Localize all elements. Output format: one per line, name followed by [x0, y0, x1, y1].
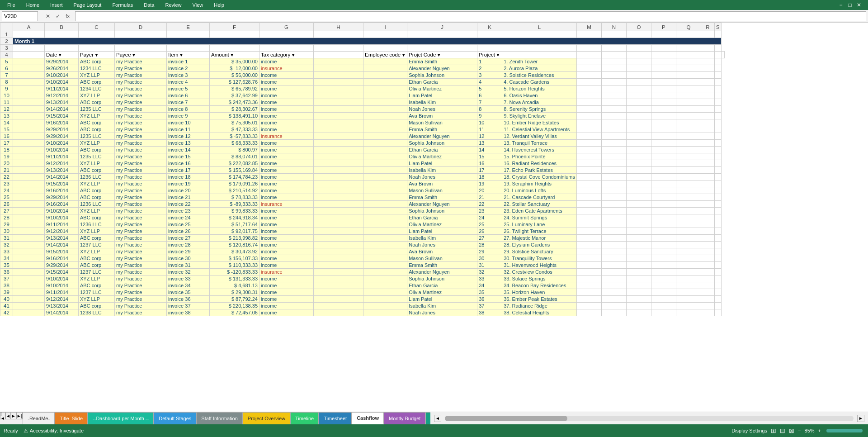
zoom-out-button[interactable]: − — [798, 428, 801, 433]
table-row[interactable]: 369/15/20141237 LLCmy Practiceinvoice 32… — [0, 269, 725, 276]
sheet-tab-staff-info[interactable]: Staff Information — [196, 412, 243, 424]
col-header-F[interactable]: F — [210, 23, 259, 31]
minimize-button[interactable]: − — [837, 1, 844, 9]
sheet-tab-default-stages[interactable]: Default Stages — [154, 412, 196, 424]
maximize-button[interactable]: □ — [846, 1, 854, 9]
col-header-M[interactable]: M — [576, 23, 601, 31]
page-break-view-button[interactable]: ⊠ — [789, 427, 794, 434]
page-layout-menu[interactable]: Page Layout — [72, 1, 104, 9]
table-row[interactable]: 259/29/2014ABC corp.my Practiceinvoice 2… — [0, 194, 725, 201]
table-row[interactable]: 329/14/20141237 LLCmy Practiceinvoice 28… — [0, 242, 725, 248]
table-row[interactable]: 139/15/2014XYZ LLPmy Practiceinvoice 9$ … — [0, 113, 725, 119]
col-header-P[interactable]: P — [651, 23, 676, 31]
name-box[interactable] — [2, 11, 38, 21]
table-row[interactable]: 109/12/2014XYZ LLPmy Practiceinvoice 6$ … — [0, 92, 725, 99]
page-layout-view-button[interactable]: ⊟ — [780, 427, 785, 434]
table-row[interactable]: 199/11/20141235 LLCmy Practiceinvoice 15… — [0, 153, 725, 160]
table-row[interactable]: 209/12/2014XYZ LLPmy Practiceinvoice 16$… — [0, 160, 725, 167]
sheet-tab-dashboard[interactable]: --Dashboard per Month -- — [88, 412, 154, 424]
col-header-N[interactable]: N — [601, 23, 626, 31]
file-menu[interactable]: File — [5, 1, 17, 9]
cancel-formula-button[interactable]: ✕ — [44, 12, 52, 20]
ribbon-menu[interactable]: File Home Insert Page Layout Formulas Da… — [0, 0, 868, 10]
sheet-tab-cashflow[interactable]: Cashflow — [352, 412, 384, 424]
sheet-tab-project-overview[interactable]: Project Overview — [243, 412, 290, 424]
col-header-K[interactable]: K — [477, 23, 502, 31]
table-row[interactable]: 169/29/20141235 LLCmy Practiceinvoice 12… — [0, 133, 725, 140]
hscroll-right[interactable]: ► — [857, 415, 864, 422]
table-row[interactable]: 319/13/2014ABC corp.my Practiceinvoice 2… — [0, 235, 725, 242]
col-header-C[interactable]: C — [79, 23, 115, 31]
accessibility-status[interactable]: ⚠ Accessibility: Investigate — [24, 428, 84, 434]
table-row[interactable]: 409/12/2014XYZ LLPmy Practiceinvoice 36$… — [0, 296, 725, 303]
col-header-Q[interactable]: Q — [676, 23, 701, 31]
table-row[interactable]: 359/29/2014ABC corp.my Practiceinvoice 3… — [0, 262, 725, 269]
confirm-formula-button[interactable]: ✓ — [54, 12, 62, 20]
table-row[interactable]: 239/15/2014XYZ LLPmy Practiceinvoice 19$… — [0, 180, 725, 187]
tab-nav-first[interactable]: |◄ — [0, 412, 5, 419]
col-header-G[interactable]: G — [259, 23, 314, 31]
table-row[interactable]: 379/10/2014XYZ LLPmy Practiceinvoice 33$… — [0, 276, 725, 282]
help-menu[interactable]: Help — [212, 1, 226, 9]
table-row[interactable]: 309/12/2014XYZ LLPmy Practiceinvoice 26$… — [0, 228, 725, 235]
table-row[interactable]: 89/10/2014ABC corp.my Practiceinvoice 4$… — [0, 79, 725, 86]
insert-function-button[interactable]: fx — [64, 12, 71, 20]
hscroll-left[interactable]: ◄ — [434, 415, 441, 422]
table-row[interactable]: 339/15/2014XYZ LLPmy Practiceinvoice 29$… — [0, 248, 725, 255]
col-header-O[interactable]: O — [626, 23, 651, 31]
close-button[interactable]: ✕ — [855, 1, 863, 9]
home-menu[interactable]: Home — [24, 1, 41, 9]
table-row[interactable]: 99/11/20141234 LLCmy Practiceinvoice 5$ … — [0, 86, 725, 92]
sheet-tab-monthly-budget[interactable]: Montly Budget — [384, 412, 425, 424]
table-row[interactable]: 419/13/2014ABC corp.my Practiceinvoice 3… — [0, 303, 725, 309]
review-menu[interactable]: Review — [163, 1, 183, 9]
table-row[interactable]: 79/10/2014XYZ LLPmy Practiceinvoice 3$ 5… — [0, 72, 725, 79]
tab-nav-last[interactable]: ►| — [16, 412, 23, 419]
formula-input[interactable] — [75, 11, 866, 21]
table-row[interactable]: 119/13/2014ABC corp.my Practiceinvoice 7… — [0, 99, 725, 106]
col-header-L[interactable]: L — [502, 23, 577, 31]
sheet-tab-timeline[interactable]: Timeline — [290, 412, 319, 424]
table-row[interactable]: 129/14/20141235 LLCmy Practiceinvoice 8$… — [0, 106, 725, 113]
table-row[interactable]: 249/16/2014ABC corp.my Practiceinvoice 2… — [0, 187, 725, 194]
table-row[interactable]: 289/10/2014ABC corp.my Practiceinvoice 2… — [0, 214, 725, 221]
table-row[interactable]: 279/10/2014XYZ LLPmy Practiceinvoice 23$… — [0, 208, 725, 214]
sheet-tab-cashflow2[interactable]: Cashflow ... — [425, 412, 430, 424]
col-header-I[interactable]: I — [363, 23, 407, 31]
col-header-J[interactable]: J — [407, 23, 477, 31]
table-row[interactable]: 349/16/2014ABC corp.my Practiceinvoice 3… — [0, 255, 725, 262]
table-row[interactable]: 219/13/2014ABC corp.my Practiceinvoice 1… — [0, 167, 725, 174]
formulas-menu[interactable]: Formulas — [110, 1, 135, 9]
table-row[interactable]: 59/29/2014ABC corp.my Practiceinvoice 1$… — [0, 58, 725, 65]
table-row[interactable]: 179/10/2014XYZ LLPmy Practiceinvoice 13$… — [0, 140, 725, 147]
col-header-A[interactable]: A — [13, 23, 45, 31]
table-row[interactable]: 189/10/2014ABC corp.my Practiceinvoice 1… — [0, 147, 725, 153]
tab-nav-next[interactable]: ► — [11, 412, 16, 419]
table-row[interactable]: 149/16/2014ABC corp.my Practiceinvoice 1… — [0, 119, 725, 126]
table-row[interactable]: 389/10/2014ABC corp.my Practiceinvoice 3… — [0, 282, 725, 289]
table-row[interactable]: 269/16/20141236 LLCmy Practiceinvoice 22… — [0, 201, 725, 208]
view-menu[interactable]: View — [191, 1, 205, 9]
sheet-tab-title-slide[interactable]: Title_Slide — [55, 412, 88, 424]
normal-view-button[interactable]: ⊞ — [771, 427, 776, 434]
table-row[interactable]: 159/29/2014ABC corp.my Practiceinvoice 1… — [0, 126, 725, 133]
table-row[interactable]: 399/11/20141237 LLCmy Practiceinvoice 35… — [0, 289, 725, 296]
col-header-E[interactable]: E — [167, 23, 210, 31]
table-row[interactable]: 299/11/20141236 LLCmy Practiceinvoice 25… — [0, 221, 725, 228]
data-menu[interactable]: Data — [142, 1, 156, 9]
zoom-slider[interactable] — [826, 429, 863, 432]
col-header-B[interactable]: B — [45, 23, 79, 31]
zoom-in-button[interactable]: + — [818, 428, 821, 433]
tab-nav-prev[interactable]: ◄ — [5, 412, 11, 419]
sheet-tab-timesheet[interactable]: Timesheet — [319, 412, 352, 424]
insert-menu[interactable]: Insert — [48, 1, 65, 9]
display-settings-button[interactable]: Display Settings — [731, 428, 767, 433]
col-header-H[interactable]: H — [314, 23, 363, 31]
sheet-tab-readme[interactable]: -ReadMe- — [23, 412, 55, 424]
col-header-S[interactable]: S — [714, 23, 721, 31]
table-row[interactable]: 229/14/20141236 LLCmy Practiceinvoice 18… — [0, 174, 725, 180]
table-row[interactable]: 429/14/20141238 LLCmy Practiceinvoice 38… — [0, 309, 725, 316]
col-header-R[interactable]: R — [701, 23, 714, 31]
col-header-D[interactable]: D — [115, 23, 167, 31]
table-row[interactable]: 69/26/20141234 LLCmy Practiceinvoice 2$ … — [0, 65, 725, 72]
